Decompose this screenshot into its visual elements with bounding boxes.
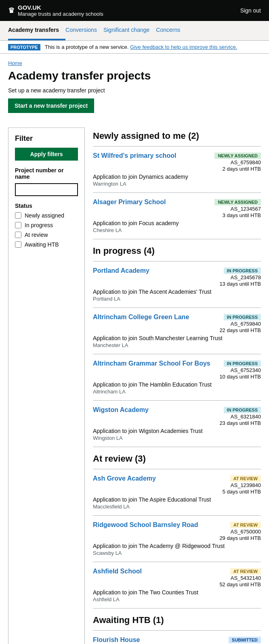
- section-heading-in-progress: In progress (4): [93, 246, 261, 256]
- projects-list: Newly assigned to me (2) St Wilfred's pr…: [93, 128, 261, 644]
- page-subtitle: Set up a new academy transfer project: [8, 87, 261, 94]
- project-meta-right: SUBMITTED AS_6339840 21 days until HTB: [212, 636, 261, 644]
- filter-in-progress-label: In progress: [25, 222, 53, 228]
- project-name-ash-grove[interactable]: Ash Grove Academy: [93, 475, 156, 482]
- project-description: Application to join Focus academy: [93, 220, 261, 226]
- section-newly-assigned: Newly assigned to me (2) St Wilfred's pr…: [93, 131, 261, 239]
- project-name-ridgewood[interactable]: Ridgewood School Barnsley Road: [93, 521, 198, 529]
- project-header: Flourish House SUBMITTED AS_6339840 21 d…: [93, 636, 261, 644]
- project-meta-right: AT REVIEW AS_5432140 52 days until HTB: [212, 568, 261, 588]
- section-heading-at-review: At review (3): [93, 454, 261, 464]
- project-item: St Wilfred's primary school NEWLY ASSIGN…: [93, 146, 261, 192]
- project-htb: 13 days until HTB: [219, 281, 261, 287]
- project-header: Ridgewood School Barnsley Road AT REVIEW…: [93, 521, 261, 541]
- status-badge: IN PROGRESS: [224, 360, 261, 367]
- project-description: Application to join The Academy @ Ridgew…: [93, 543, 261, 549]
- project-la: Scawsby LA: [93, 550, 261, 556]
- project-description: Application to join The Aspire Education…: [93, 496, 261, 503]
- project-number-input[interactable]: [15, 183, 78, 196]
- filter-in-progress[interactable]: In progress: [15, 222, 78, 228]
- project-htb: 29 days until HTB: [219, 535, 261, 541]
- project-meta-right: IN PROGRESS AS_6321840 23 days until HTB: [212, 406, 261, 426]
- filter-at-review[interactable]: At review: [15, 232, 78, 238]
- project-la: Portland LA: [93, 296, 261, 302]
- filter-awaiting-htb[interactable]: Awaiting HTB: [15, 241, 78, 248]
- project-htb: 23 days until HTB: [219, 420, 261, 426]
- project-la: Wingston LA: [93, 435, 261, 441]
- project-meta-right: NEWLY ASSIGNED AS_6759840 2 days until H…: [212, 152, 261, 172]
- apply-filters-button[interactable]: Apply filters: [15, 148, 78, 161]
- project-la: Cheshire LA: [93, 227, 261, 233]
- project-number: AS_1239840: [231, 482, 261, 488]
- project-la: Macclesfield LA: [93, 504, 261, 510]
- project-number: AS_6750000: [231, 529, 261, 535]
- nav-link-academy-transfers[interactable]: Academy transfers: [8, 21, 65, 40]
- project-name-wigston[interactable]: Wigston Academy: [93, 406, 149, 414]
- section-heading-awaiting-htb: Awaiting HTB (1): [93, 615, 261, 625]
- filter-in-progress-checkbox[interactable]: [15, 222, 21, 228]
- breadcrumb: Home: [0, 54, 269, 66]
- status-badge: SUBMITTED: [229, 637, 261, 643]
- project-header: Ashfield School AT REVIEW AS_5432140 52 …: [93, 568, 261, 588]
- nav-item-significant-change[interactable]: Significant change: [103, 21, 156, 40]
- project-description: Application to join The Hamblin Educatio…: [93, 381, 261, 388]
- prototype-banner: PROTOTYPE This is a prototype of a new s…: [0, 41, 269, 54]
- project-meta-right: NEWLY ASSIGNED AS_1234567 3 days until H…: [212, 199, 261, 218]
- gov-header: ♛ GOV.UK Manage trusts and academy schoo…: [0, 0, 269, 21]
- project-la: Warrington LA: [93, 181, 261, 187]
- page-title: Academy transfer projects: [8, 69, 261, 82]
- project-name-portland[interactable]: Portland Academy: [93, 267, 149, 274]
- nav-link-concerns[interactable]: Concerns: [156, 21, 187, 39]
- filter-awaiting-htb-checkbox[interactable]: [15, 241, 21, 248]
- project-header: Alsager Primary School NEWLY ASSIGNED AS…: [93, 199, 261, 218]
- nav-link-conversions[interactable]: Conversions: [65, 21, 103, 39]
- section-awaiting-htb: Awaiting HTB (1) Flourish House SUBMITTE…: [93, 615, 261, 644]
- project-la: Manchester LA: [93, 342, 261, 348]
- project-name-ashfield[interactable]: Ashfield School: [93, 568, 142, 575]
- nav-item-academy-transfers[interactable]: Academy transfers: [8, 21, 65, 40]
- gov-logo: ♛ GOV.UK Manage trusts and academy schoo…: [8, 4, 103, 17]
- project-htb: 10 days until HTB: [219, 374, 261, 380]
- page-header: Academy transfer projects Set up a new a…: [0, 66, 269, 119]
- project-description: Application to join South Manchester Lea…: [93, 335, 261, 341]
- filter-newly-assigned[interactable]: Newly assigned: [15, 212, 78, 219]
- filter-title: Filter: [15, 134, 78, 143]
- project-name-altrincham-college[interactable]: Altrincham College Green Lane: [93, 314, 189, 321]
- filter-awaiting-htb-label: Awaiting HTB: [25, 241, 59, 248]
- project-htb: 2 days until HTB: [223, 166, 261, 172]
- project-description: Application to join The Two Counties Tru…: [93, 589, 261, 596]
- breadcrumb-home[interactable]: Home: [8, 60, 22, 66]
- project-name-st-wilfreds[interactable]: St Wilfred's primary school: [93, 152, 176, 159]
- status-badge: IN PROGRESS: [224, 407, 261, 413]
- project-name-flourish-house[interactable]: Flourish House: [93, 636, 140, 644]
- project-item: Portland Academy IN PROGRESS AS_2345678 …: [93, 261, 261, 307]
- project-item: Ashfield School AT REVIEW AS_5432140 52 …: [93, 562, 261, 608]
- project-header: St Wilfred's primary school NEWLY ASSIGN…: [93, 152, 261, 172]
- prototype-feedback-link[interactable]: Give feedback to help us improve this se…: [130, 44, 237, 50]
- project-item: Wigston Academy IN PROGRESS AS_6321840 2…: [93, 400, 261, 447]
- project-name-alsager[interactable]: Alsager Primary School: [93, 199, 166, 206]
- filter-newly-assigned-checkbox[interactable]: [15, 212, 21, 219]
- status-badge: IN PROGRESS: [224, 268, 261, 274]
- project-header: Wigston Academy IN PROGRESS AS_6321840 2…: [93, 406, 261, 426]
- signout-link[interactable]: Sign out: [240, 7, 261, 14]
- project-htb: 22 days until HTB: [219, 327, 261, 333]
- project-item: Altrincham College Green Lane IN PROGRES…: [93, 307, 261, 354]
- project-name-altrincham-grammar[interactable]: Altrincham Grammar School For Boys: [93, 360, 210, 367]
- project-number: AS_6759840: [231, 321, 261, 327]
- project-description: Application to join Wigston Academies Tr…: [93, 428, 261, 434]
- project-header: Altrincham Grammar School For Boys IN PR…: [93, 360, 261, 380]
- project-la: Altrincham LA: [93, 389, 261, 395]
- filter-at-review-label: At review: [25, 232, 48, 238]
- project-number: AS_1234567: [231, 206, 261, 212]
- nav-item-conversions[interactable]: Conversions: [65, 21, 103, 40]
- nav-link-significant-change[interactable]: Significant change: [103, 21, 156, 39]
- filter-at-review-checkbox[interactable]: [15, 232, 21, 238]
- prototype-text: This is a prototype of a new service.: [45, 44, 128, 50]
- nav-item-concerns[interactable]: Concerns: [156, 21, 187, 40]
- status-badge: AT REVIEW: [230, 568, 261, 575]
- project-meta-right: IN PROGRESS AS_6752340 10 days until HTB: [212, 360, 261, 380]
- project-description: Application to join The Ascent Academies…: [93, 289, 261, 295]
- project-item: Ash Grove Academy AT REVIEW AS_1239840 5…: [93, 469, 261, 515]
- start-transfer-button[interactable]: Start a new transfer project: [8, 98, 94, 113]
